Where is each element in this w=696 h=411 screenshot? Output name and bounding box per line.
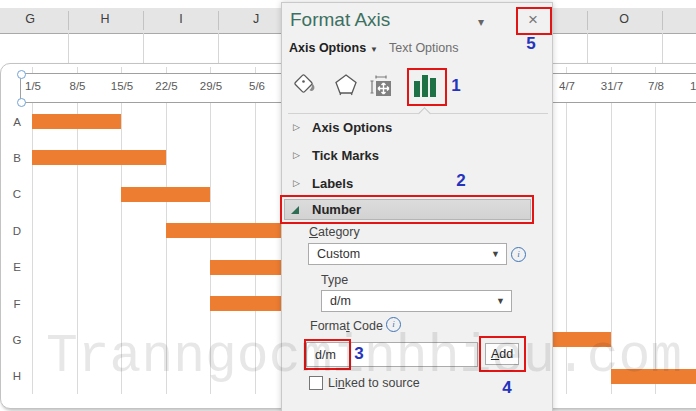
linked-to-source-label: Linked to source <box>328 376 420 390</box>
annotation-box-format-code-highlight <box>304 339 351 370</box>
annotation-number: 1 <box>451 76 460 96</box>
tab-text-options[interactable]: Text Options <box>389 41 458 55</box>
sheet-gridline <box>587 33 588 63</box>
collapse-triangle-icon: ▷ <box>293 122 300 132</box>
column-divider <box>218 11 219 30</box>
annotation-number: 3 <box>354 344 363 364</box>
selected-tab-caret <box>418 107 431 120</box>
date-axis-tick-label: 29/5 <box>200 80 222 92</box>
category-axis-label: C <box>9 188 25 200</box>
gantt-bar[interactable] <box>121 187 210 202</box>
category-axis-label: H <box>9 370 25 382</box>
category-label: Category <box>309 225 360 239</box>
tab-axis-options[interactable]: Axis Options▼ <box>289 41 378 55</box>
annotation-box-close-highlight <box>516 7 552 35</box>
column-divider <box>662 11 663 30</box>
date-axis-tick-label: 31/7 <box>601 80 623 92</box>
gridline <box>121 67 122 394</box>
category-axis-label: G <box>9 334 25 346</box>
date-axis-tick-label: 4/7 <box>559 80 575 92</box>
category-axis-label: F <box>9 298 25 310</box>
section-axis-options[interactable]: ▷ Axis Options <box>282 120 552 140</box>
section-labels[interactable]: ▷ Labels <box>282 176 552 196</box>
fill-line-icon[interactable] <box>292 71 322 101</box>
date-axis-tick-label: 14 <box>690 80 696 92</box>
column-divider <box>68 11 69 30</box>
info-icon[interactable]: i <box>386 317 401 332</box>
pane-menu-chevron-icon[interactable]: ▾ <box>478 15 484 29</box>
chevron-down-icon: ▼ <box>491 244 500 264</box>
column-header-letter[interactable]: G <box>25 12 35 26</box>
effects-pentagon-icon[interactable] <box>332 71 362 101</box>
sheet-gridline <box>218 33 219 63</box>
collapse-triangle-icon: ▷ <box>293 150 300 160</box>
column-header-letter[interactable]: H <box>100 12 109 26</box>
date-axis-tick-label: 8/5 <box>70 80 86 92</box>
date-axis-tick-label: 5/6 <box>249 80 265 92</box>
date-axis-tick-label: 7/8 <box>648 80 664 92</box>
date-axis-tick-label: 1/5 <box>25 80 41 92</box>
annotation-box-add-button-highlight <box>479 336 526 372</box>
date-axis-tick-label: 15/5 <box>111 80 133 92</box>
annotation-number: 2 <box>456 171 465 191</box>
annotation-number: 5 <box>526 34 535 54</box>
size-properties-icon[interactable] <box>368 71 398 101</box>
category-axis-label: B <box>9 152 25 164</box>
sheet-gridline <box>68 33 69 63</box>
gantt-bar[interactable] <box>32 114 121 129</box>
column-header-letter[interactable]: J <box>253 12 259 26</box>
type-label: Type <box>321 273 348 287</box>
gridline <box>655 67 656 394</box>
selection-handle[interactable] <box>17 98 26 107</box>
chevron-down-icon: ▼ <box>496 291 505 311</box>
column-divider <box>587 11 588 30</box>
section-tick-marks[interactable]: ▷ Tick Marks <box>282 148 552 168</box>
chevron-down-icon: ▼ <box>370 45 378 54</box>
annotation-box-chart-icon-highlight <box>407 68 447 106</box>
pane-title: Format Axis <box>290 9 390 31</box>
category-axis-label: A <box>9 116 25 128</box>
category-axis-label: E <box>9 261 25 273</box>
annotation-number: 4 <box>502 378 511 398</box>
linked-to-source-checkbox[interactable] <box>309 376 323 390</box>
column-header-letter[interactable]: I <box>179 12 182 26</box>
column-divider <box>143 11 144 30</box>
info-icon[interactable]: i <box>511 247 526 262</box>
type-select[interactable]: d/m▼ <box>321 290 512 312</box>
collapse-triangle-icon: ▷ <box>293 178 300 188</box>
selection-handle[interactable] <box>17 70 26 79</box>
sheet-gridline <box>143 33 144 63</box>
column-header-letter[interactable]: O <box>619 12 629 26</box>
format-code-label: Format Code <box>310 319 383 333</box>
gantt-bar[interactable] <box>32 150 166 165</box>
category-select[interactable]: Custom▼ <box>308 243 507 265</box>
gantt-bar[interactable] <box>611 369 696 384</box>
annotation-box-number-section-highlight <box>280 195 534 224</box>
sheet-gridline <box>662 33 663 63</box>
gridline <box>611 67 612 394</box>
date-axis-tick-label: 22/5 <box>155 80 177 92</box>
category-axis-label: D <box>9 225 25 237</box>
